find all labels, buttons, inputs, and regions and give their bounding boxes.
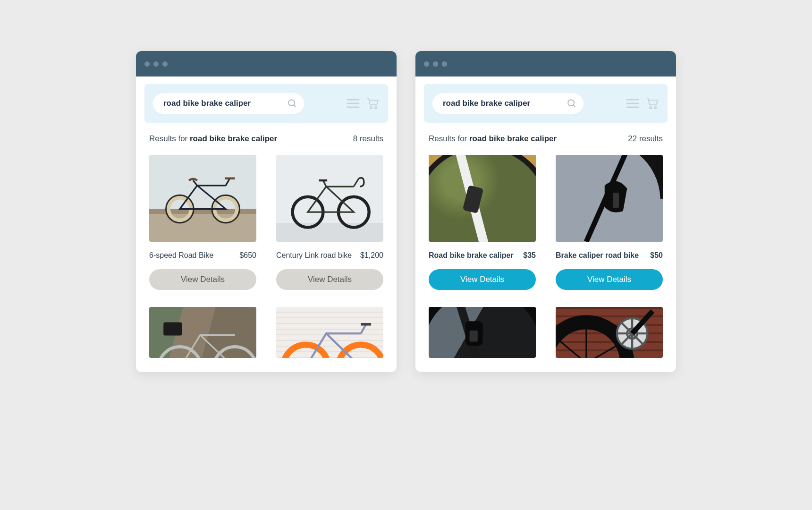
product-info: 6-speed Road Bike $650 — [149, 251, 256, 260]
window-titlebar — [415, 51, 676, 76]
header-actions — [347, 97, 380, 110]
results-count: 8 results — [353, 134, 383, 144]
product-card — [276, 307, 383, 358]
product-image[interactable] — [276, 307, 383, 358]
svg-line-26 — [573, 105, 575, 107]
svg-point-18 — [158, 347, 201, 358]
product-image[interactable] — [149, 155, 256, 242]
cart-icon[interactable] — [366, 97, 380, 110]
product-image[interactable] — [429, 307, 536, 358]
browser-window-left: road bike brake caliper Results for road… — [136, 51, 397, 372]
svg-point-0 — [288, 100, 295, 106]
svg-rect-20 — [163, 322, 182, 335]
product-title: Road bike brake caliper — [429, 251, 514, 260]
window-titlebar — [136, 51, 397, 76]
product-card: Brake caliper road bike $50 View Details — [556, 155, 663, 290]
window-control-dot[interactable] — [433, 61, 438, 67]
svg-line-1 — [294, 105, 296, 107]
results-query: road bike brake caliper — [469, 134, 557, 143]
window-control-dot[interactable] — [424, 61, 429, 67]
header-bar: road bike brake caliper — [424, 84, 668, 123]
cart-icon[interactable] — [646, 97, 659, 110]
product-info: Brake caliper road bike $50 — [556, 251, 663, 260]
svg-point-30 — [650, 107, 651, 109]
svg-point-25 — [568, 100, 574, 106]
svg-line-23 — [361, 324, 366, 333]
product-image[interactable] — [429, 155, 536, 242]
product-card: Road bike brake caliper $35 View Details — [429, 155, 536, 290]
search-icon[interactable] — [567, 98, 577, 109]
view-details-button[interactable]: View Details — [429, 269, 536, 290]
svg-line-42 — [586, 342, 622, 357]
product-price: $650 — [239, 251, 256, 260]
search-input[interactable]: road bike brake caliper — [432, 93, 584, 114]
window-control-dot[interactable] — [442, 61, 447, 67]
svg-rect-35 — [613, 193, 619, 208]
window-control-dot[interactable] — [153, 61, 159, 67]
results-count: 22 results — [628, 134, 663, 144]
svg-point-31 — [654, 107, 656, 109]
results-prefix: Results for — [149, 134, 187, 143]
product-card — [429, 307, 536, 358]
search-query: road bike brake caliper — [443, 99, 530, 108]
svg-line-15 — [354, 178, 359, 187]
results-for-label: Results for road bike brake caliper — [149, 134, 277, 144]
product-card: 6-speed Road Bike $650 View Details — [149, 155, 256, 290]
results-query: road bike brake caliper — [190, 134, 277, 143]
header-actions — [626, 97, 659, 110]
results-prefix: Results for — [429, 134, 467, 143]
product-price: $1,200 — [360, 251, 383, 260]
product-image[interactable] — [556, 307, 663, 358]
svg-point-39 — [556, 322, 627, 358]
svg-rect-38 — [469, 330, 477, 341]
results-for-label: Results for road bike brake caliper — [429, 134, 557, 144]
product-title: 6-speed Road Bike — [149, 251, 213, 260]
product-card — [556, 307, 663, 358]
product-image[interactable] — [149, 307, 256, 358]
product-price: $50 — [650, 251, 663, 260]
product-grid: 6-speed Road Bike $650 View Details Cent — [136, 144, 397, 358]
svg-line-41 — [556, 338, 586, 358]
product-title: Brake caliper road bike — [556, 251, 639, 260]
menu-icon[interactable] — [626, 98, 639, 109]
menu-icon[interactable] — [347, 98, 360, 109]
view-details-button[interactable]: View Details — [556, 269, 663, 290]
results-header: Results for road bike brake caliper 8 re… — [136, 123, 397, 144]
svg-point-21 — [283, 345, 328, 358]
svg-line-12 — [226, 178, 230, 186]
header-bar: road bike brake caliper — [144, 84, 388, 123]
search-input[interactable]: road bike brake caliper — [153, 93, 304, 114]
view-details-button[interactable]: View Details — [276, 269, 383, 290]
search-icon[interactable] — [287, 98, 297, 109]
results-header: Results for road bike brake caliper 22 r… — [415, 123, 676, 144]
search-query: road bike brake caliper — [163, 99, 251, 108]
product-card — [149, 307, 256, 358]
product-price: $35 — [523, 251, 536, 260]
product-info: Road bike brake caliper $35 — [429, 251, 536, 260]
svg-point-19 — [213, 347, 256, 358]
product-title: Century Link road bike — [276, 251, 352, 260]
view-details-button[interactable]: View Details — [149, 269, 256, 290]
product-grid: Road bike brake caliper $35 View Details… — [415, 144, 676, 358]
product-image[interactable] — [276, 155, 383, 242]
product-card: Century Link road bike $1,200 View Detai… — [276, 155, 383, 290]
window-control-dot[interactable] — [144, 61, 150, 67]
product-info: Century Link road bike $1,200 — [276, 251, 383, 260]
svg-point-5 — [370, 107, 372, 109]
browser-window-right: road bike brake caliper Results for road… — [415, 51, 676, 372]
product-image[interactable] — [556, 155, 663, 242]
svg-point-6 — [375, 107, 377, 109]
window-control-dot[interactable] — [162, 61, 168, 67]
